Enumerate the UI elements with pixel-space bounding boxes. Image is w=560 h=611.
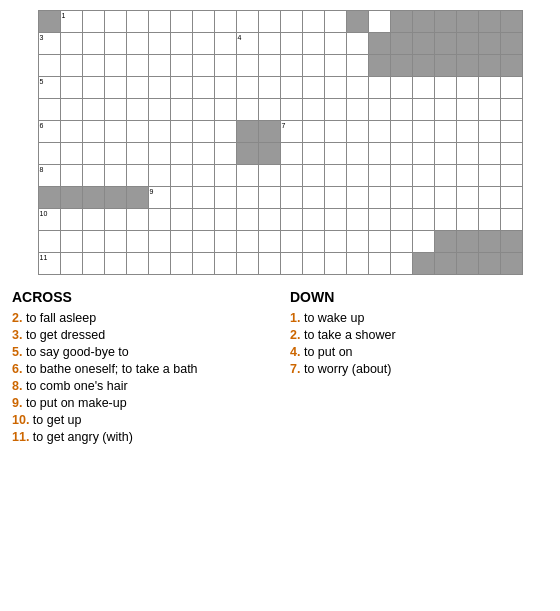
grid-cell[interactable] — [368, 33, 390, 55]
grid-cell[interactable] — [214, 77, 236, 99]
grid-cell[interactable] — [500, 99, 522, 121]
grid-cell[interactable] — [236, 253, 258, 275]
grid-cell[interactable]: 8 — [38, 165, 60, 187]
grid-cell[interactable] — [346, 187, 368, 209]
grid-cell[interactable] — [170, 77, 192, 99]
grid-cell[interactable] — [126, 77, 148, 99]
grid-cell[interactable]: 11 — [38, 253, 60, 275]
grid-cell[interactable] — [104, 143, 126, 165]
grid-cell[interactable] — [478, 77, 500, 99]
grid-cell[interactable] — [126, 231, 148, 253]
grid-cell[interactable] — [280, 231, 302, 253]
grid-cell[interactable] — [214, 143, 236, 165]
grid-cell[interactable] — [390, 99, 412, 121]
grid-cell[interactable] — [258, 77, 280, 99]
grid-cell[interactable] — [258, 187, 280, 209]
grid-cell[interactable] — [302, 187, 324, 209]
grid-cell[interactable] — [170, 33, 192, 55]
grid-cell[interactable] — [104, 33, 126, 55]
grid-cell[interactable] — [302, 55, 324, 77]
grid-cell[interactable] — [82, 165, 104, 187]
grid-cell[interactable] — [148, 143, 170, 165]
grid-cell[interactable] — [82, 253, 104, 275]
grid-cell[interactable] — [412, 55, 434, 77]
grid-cell[interactable] — [434, 209, 456, 231]
grid-cell[interactable] — [434, 187, 456, 209]
grid-cell[interactable] — [478, 187, 500, 209]
grid-cell[interactable] — [390, 143, 412, 165]
grid-cell[interactable] — [60, 209, 82, 231]
grid-cell[interactable] — [456, 99, 478, 121]
grid-cell[interactable] — [192, 77, 214, 99]
grid-cell[interactable] — [368, 77, 390, 99]
grid-cell[interactable] — [324, 11, 346, 33]
grid-cell[interactable] — [368, 55, 390, 77]
grid-cell[interactable] — [82, 121, 104, 143]
grid-cell[interactable] — [258, 253, 280, 275]
grid-cell[interactable] — [324, 77, 346, 99]
grid-cell[interactable] — [390, 165, 412, 187]
grid-cell[interactable] — [192, 33, 214, 55]
grid-cell[interactable] — [280, 253, 302, 275]
grid-cell[interactable] — [82, 187, 104, 209]
grid-cell[interactable] — [192, 99, 214, 121]
grid-cell[interactable] — [324, 209, 346, 231]
grid-cell[interactable] — [478, 55, 500, 77]
grid-cell[interactable] — [148, 11, 170, 33]
grid-cell[interactable] — [456, 165, 478, 187]
grid-cell[interactable] — [236, 11, 258, 33]
grid-cell[interactable] — [280, 209, 302, 231]
grid-cell[interactable] — [412, 11, 434, 33]
grid-cell[interactable]: 9 — [148, 187, 170, 209]
grid-cell[interactable] — [258, 33, 280, 55]
grid-cell[interactable] — [148, 253, 170, 275]
grid-cell[interactable] — [500, 165, 522, 187]
grid-cell[interactable] — [302, 253, 324, 275]
grid-cell[interactable]: 7 — [280, 121, 302, 143]
grid-cell[interactable] — [214, 99, 236, 121]
grid-cell[interactable] — [60, 77, 82, 99]
grid-cell[interactable] — [412, 253, 434, 275]
grid-cell[interactable] — [82, 11, 104, 33]
grid-cell[interactable] — [258, 121, 280, 143]
grid-cell[interactable] — [500, 77, 522, 99]
grid-cell[interactable] — [500, 55, 522, 77]
grid-cell[interactable] — [126, 253, 148, 275]
grid-cell[interactable] — [412, 143, 434, 165]
grid-cell[interactable] — [324, 99, 346, 121]
grid-cell[interactable] — [368, 99, 390, 121]
grid-cell[interactable] — [82, 143, 104, 165]
grid-cell[interactable] — [456, 253, 478, 275]
grid-cell[interactable] — [258, 165, 280, 187]
grid-cell[interactable] — [82, 77, 104, 99]
grid-cell[interactable] — [456, 55, 478, 77]
grid-cell[interactable] — [346, 253, 368, 275]
grid-cell[interactable]: 3 — [38, 33, 60, 55]
grid-cell[interactable] — [236, 121, 258, 143]
grid-cell[interactable] — [236, 231, 258, 253]
grid-cell[interactable] — [456, 209, 478, 231]
grid-cell[interactable] — [500, 187, 522, 209]
grid-cell[interactable] — [236, 143, 258, 165]
grid-cell[interactable] — [258, 99, 280, 121]
grid-cell[interactable] — [346, 209, 368, 231]
grid-cell[interactable] — [104, 11, 126, 33]
grid-cell[interactable] — [412, 121, 434, 143]
grid-cell[interactable] — [500, 143, 522, 165]
grid-cell[interactable] — [104, 187, 126, 209]
grid-cell[interactable] — [214, 187, 236, 209]
grid-cell[interactable]: 6 — [38, 121, 60, 143]
grid-cell[interactable] — [478, 209, 500, 231]
grid-cell[interactable] — [412, 33, 434, 55]
grid-cell[interactable] — [434, 165, 456, 187]
grid-cell[interactable] — [456, 231, 478, 253]
grid-cell[interactable] — [280, 55, 302, 77]
grid-cell[interactable] — [214, 231, 236, 253]
grid-cell[interactable] — [280, 11, 302, 33]
grid-cell[interactable] — [302, 231, 324, 253]
grid-cell[interactable] — [412, 99, 434, 121]
grid-cell[interactable] — [456, 187, 478, 209]
grid-cell[interactable] — [236, 55, 258, 77]
grid-cell[interactable] — [60, 187, 82, 209]
grid-cell[interactable] — [170, 121, 192, 143]
